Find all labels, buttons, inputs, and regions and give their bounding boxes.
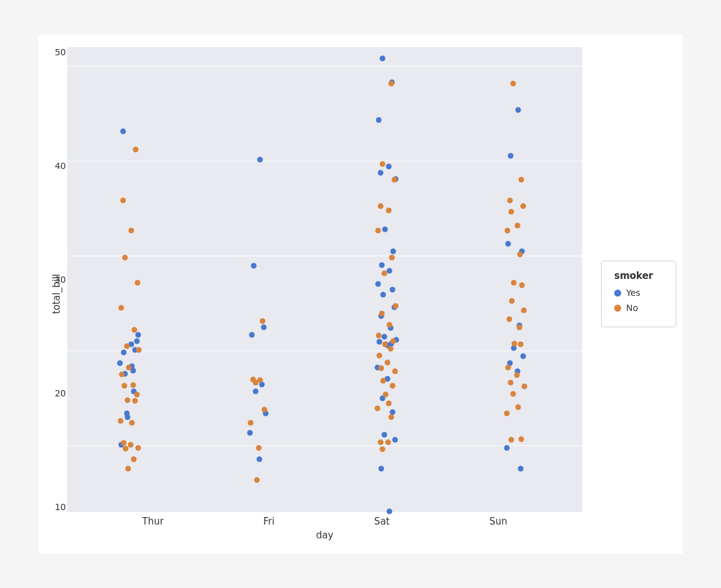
legend-title: smoker — [614, 270, 663, 281]
scatter-dot — [120, 129, 126, 134]
scatter-dot — [129, 420, 135, 425]
scatter-dot — [511, 280, 516, 285]
grid-line — [67, 66, 582, 67]
scatter-dot — [252, 389, 258, 395]
scatter-dot — [516, 107, 521, 113]
scatter-dot — [510, 80, 516, 86]
scatter-dot — [388, 80, 394, 86]
y-tick-50: 50 — [41, 47, 66, 57]
scatter-dot — [519, 177, 524, 183]
scatter-dot — [391, 177, 397, 183]
scatter-dot — [374, 405, 380, 411]
scatter-dot — [375, 227, 381, 233]
scatter-dot — [381, 270, 387, 276]
scatter-dot — [377, 170, 383, 176]
scatter-dot — [506, 316, 512, 322]
scatter-dot — [505, 227, 511, 233]
scatter-dot — [515, 222, 521, 228]
y-tick-20: 20 — [41, 388, 66, 398]
scatter-dot — [126, 364, 132, 370]
scatter-dot — [376, 117, 382, 123]
scatter-dot — [519, 283, 525, 288]
scatter-dot — [258, 156, 263, 162]
scatter-dot — [392, 369, 398, 374]
scatter-dot — [136, 445, 141, 450]
scatter-dot — [517, 252, 523, 258]
legend-item-no: No — [614, 303, 663, 313]
scatter-dot — [522, 383, 528, 389]
x-axis-labels: Thur Fri Sat Sun — [67, 516, 582, 527]
scatter-dot — [509, 209, 514, 215]
legend-item-yes: Yes — [614, 288, 663, 298]
scatter-dot — [387, 268, 393, 273]
scatter-dot — [380, 161, 386, 167]
scatter-dot — [256, 445, 261, 450]
scatter-dot — [248, 420, 254, 425]
legend-label-no: No — [626, 303, 638, 313]
scatter-dot — [507, 198, 512, 204]
scatter-dot — [390, 287, 396, 293]
scatter-dot — [133, 147, 139, 153]
scatter-dot — [252, 379, 258, 385]
scatter-dot — [119, 371, 125, 377]
scatter-dot — [519, 437, 524, 442]
plot-wrapper: 50 40 30 20 10 Thur Fri Sat Sun day — [67, 47, 582, 541]
scatter-dot — [388, 414, 394, 420]
scatter-dot — [256, 456, 262, 462]
scatter-dot — [122, 254, 128, 260]
scatter-dot — [251, 263, 257, 268]
scatter-dot — [134, 392, 139, 398]
scatter-dot — [377, 440, 383, 445]
scatter-dot — [381, 378, 386, 384]
scatter-dot — [131, 456, 136, 462]
scatter-dot — [383, 392, 389, 398]
scatter-dot — [380, 55, 386, 61]
scatter-dot — [386, 163, 392, 169]
y-tick-10: 10 — [41, 502, 66, 512]
scatter-dot — [520, 353, 526, 359]
scatter-dot — [516, 324, 522, 330]
legend-label-yes: Yes — [626, 288, 641, 298]
scatter-dot — [508, 379, 514, 385]
scatter-dot — [380, 447, 386, 452]
scatter-dot — [259, 318, 265, 324]
scatter-dot — [385, 440, 391, 445]
scatter-dot — [381, 292, 386, 298]
scatter-dot — [520, 203, 526, 209]
y-tick-30: 30 — [41, 275, 66, 285]
scatter-plot: 50 40 30 20 10 — [67, 47, 582, 512]
scatter-dot — [130, 382, 136, 388]
scatter-dot — [378, 466, 384, 472]
scatter-dot — [381, 334, 387, 339]
scatter-dot — [262, 406, 268, 412]
scatter-dot — [382, 226, 388, 232]
scatter-dot — [392, 437, 398, 443]
scatter-dot — [382, 341, 388, 347]
scatter-dot — [509, 298, 515, 303]
y-tick-labels: 50 40 30 20 10 — [41, 47, 66, 512]
scatter-dot — [117, 360, 122, 366]
scatter-dot — [387, 508, 393, 514]
x-label-sat: Sat — [374, 516, 390, 527]
scatter-dot — [129, 227, 134, 233]
scatter-dot — [518, 466, 524, 472]
scatter-dot — [124, 344, 129, 349]
scatter-dot — [521, 307, 526, 313]
scatter-dot — [119, 305, 124, 310]
grid-line — [67, 256, 582, 256]
scatter-dot — [386, 400, 392, 406]
scatter-dot — [117, 418, 123, 424]
scatter-dot — [514, 372, 519, 378]
grid-line — [67, 351, 582, 351]
scatter-dot — [387, 322, 393, 327]
scatter-dot — [386, 207, 392, 213]
scatter-dot — [136, 332, 141, 337]
x-axis-label-title: day — [316, 530, 333, 541]
scatter-dot — [391, 249, 396, 254]
x-label-fri: Fri — [263, 516, 274, 527]
scatter-dot — [249, 332, 254, 337]
scatter-dot — [120, 198, 126, 204]
scatter-dot — [390, 383, 396, 388]
scatter-dot — [381, 432, 387, 437]
scatter-dot — [516, 404, 521, 410]
